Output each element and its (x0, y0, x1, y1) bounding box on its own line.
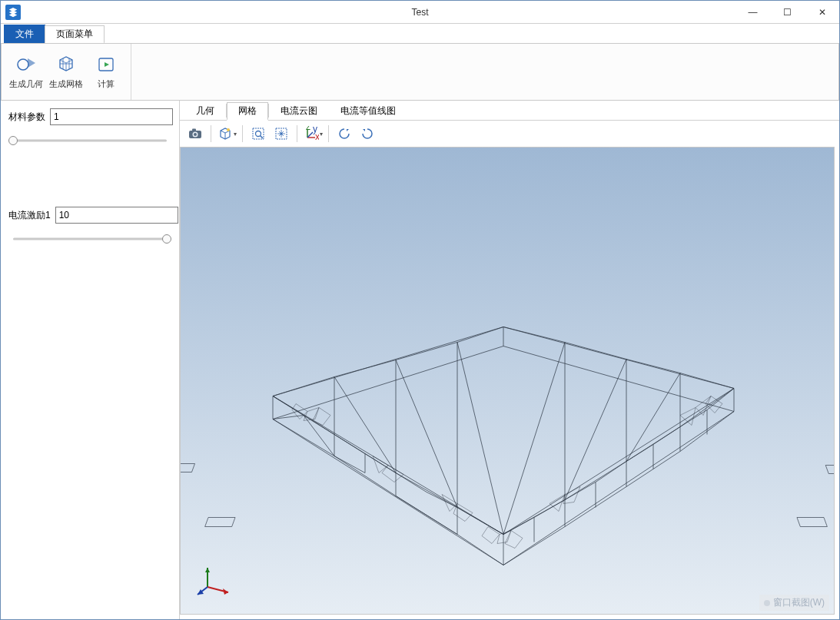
minimize-button[interactable]: ― (735, 1, 770, 24)
svg-rect-16 (797, 518, 827, 527)
ribbon-group: 生成几何 生成网格 计算 (6, 44, 131, 100)
main-area: 材料参数 电流激励1 几何 网格 电流云图 电流等值线图 (1, 101, 839, 619)
material-param-input[interactable] (50, 108, 173, 125)
axes-icon: zxy (304, 126, 319, 141)
svg-point-10 (281, 133, 283, 135)
maximize-button[interactable]: ☐ (770, 1, 805, 24)
svg-point-4 (194, 133, 197, 136)
ribbon: 生成几何 生成网格 计算 (1, 43, 839, 101)
scenelight-button[interactable]: ▾ (216, 123, 237, 144)
current-excitation-slider[interactable] (8, 231, 171, 247)
window-title: Test (411, 7, 428, 18)
material-param-slider-thumb[interactable] (8, 136, 18, 145)
watermark: 窗口截图(W) (759, 595, 829, 611)
compute-button[interactable]: 计算 (86, 44, 126, 100)
compute-label: 计算 (98, 78, 115, 90)
rotate-cw-icon (360, 126, 375, 141)
view-tab-mesh[interactable]: 网格 (227, 102, 268, 121)
current-excitation-row: 电流激励1 (8, 207, 171, 224)
viewport-toolbar: ▾ zxy ▾ (180, 121, 839, 147)
coordinate-triad-icon (196, 560, 234, 598)
right-panel: 几何 网格 电流云图 电流等值线图 ▾ z (180, 101, 839, 619)
chevron-down-icon: ▾ (234, 131, 237, 138)
scenelight-icon (217, 126, 233, 141)
chevron-down-icon: ▾ (320, 131, 323, 138)
close-button[interactable]: ✕ (805, 1, 839, 24)
view-tab-geometry[interactable]: 几何 (184, 101, 226, 120)
fit-all-icon (274, 126, 289, 141)
left-panel: 材料参数 电流激励1 (1, 101, 180, 619)
fit-all-button[interactable] (271, 123, 292, 144)
svg-rect-15 (205, 518, 235, 527)
generate-mesh-icon (55, 54, 77, 75)
compute-icon (95, 54, 117, 75)
tab-page-menu[interactable]: 页面菜单 (45, 25, 105, 44)
axes-button[interactable]: zxy ▾ (302, 123, 324, 144)
generate-mesh-label: 生成网格 (49, 78, 83, 90)
svg-point-0 (18, 59, 28, 70)
camera-button[interactable] (184, 123, 206, 144)
current-excitation-input[interactable] (55, 207, 178, 224)
svg-rect-5 (192, 129, 196, 131)
menu-tabs: 文件 页面菜单 (1, 24, 839, 43)
generate-mesh-button[interactable]: 生成网格 (46, 44, 86, 100)
zoom-window-button[interactable] (247, 123, 269, 144)
app-icon (5, 5, 21, 20)
tab-file[interactable]: 文件 (4, 25, 45, 43)
zoom-window-icon (251, 126, 266, 141)
view-tab-current-contour[interactable]: 电流等值线图 (329, 101, 407, 120)
svg-point-6 (227, 128, 230, 131)
rotate-ccw-icon (337, 126, 352, 141)
current-excitation-label: 电流激励1 (8, 209, 51, 222)
generate-geometry-button[interactable]: 生成几何 (6, 44, 46, 100)
view-tabs: 几何 网格 电流云图 电流等值线图 (180, 101, 839, 121)
generate-geometry-label: 生成几何 (9, 78, 43, 90)
material-param-label: 材料参数 (8, 111, 45, 124)
rotate-cw-button[interactable] (357, 123, 378, 144)
camera-icon (188, 126, 203, 141)
material-param-slider[interactable] (8, 133, 171, 148)
window-controls: ― ☐ ✕ (735, 1, 839, 24)
rotate-ccw-button[interactable] (334, 123, 355, 144)
svg-rect-18 (181, 464, 195, 472)
view-tab-current-cloud[interactable]: 电流云图 (269, 101, 329, 120)
svg-text:y: y (313, 126, 317, 134)
svg-text:z: z (306, 126, 310, 132)
material-param-row: 材料参数 (8, 108, 171, 125)
current-excitation-slider-thumb[interactable] (162, 234, 171, 244)
watermark-dot-icon (764, 600, 770, 606)
mesh-wireframe (181, 148, 834, 614)
3d-viewport[interactable]: 窗口截图(W) (180, 147, 835, 615)
watermark-text: 窗口截图(W) (773, 596, 825, 609)
svg-point-8 (256, 131, 261, 137)
title-bar: Test ― ☐ ✕ (1, 1, 839, 24)
svg-rect-19 (825, 466, 834, 474)
generate-geometry-icon (15, 54, 37, 75)
